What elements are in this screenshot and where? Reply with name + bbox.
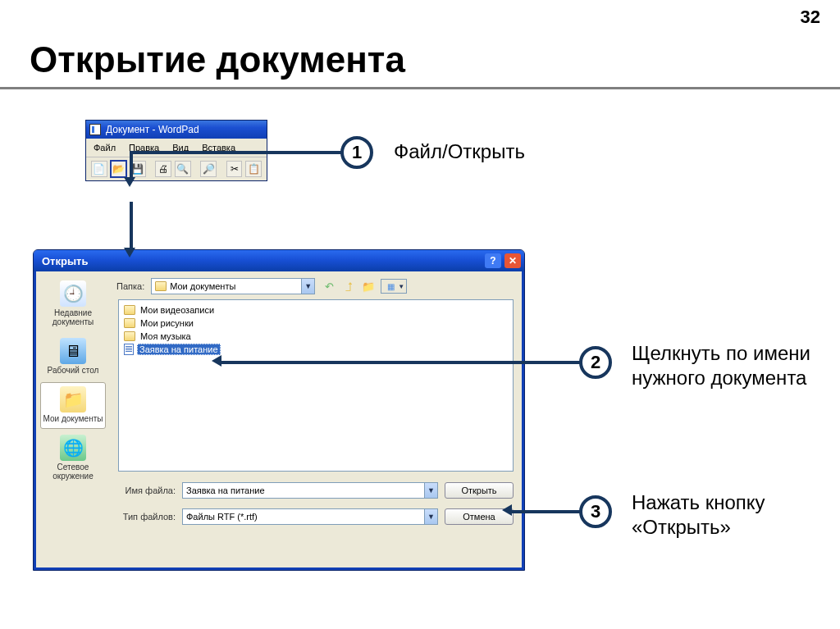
close-icon[interactable]: ✕ (504, 253, 521, 268)
places-sidebar: 🕘 Недавние документы 🖥 Рабочий стол 📁 Мо… (36, 271, 110, 567)
arrow-line (130, 151, 133, 177)
sidebar-mydocs[interactable]: 📁 Мои документы (40, 382, 106, 429)
wordpad-toolbar: 📄 📂 💾 🖨 🔍 🔎 ✂ 📋 (86, 157, 267, 180)
nav-up-icon[interactable]: ⮥ (341, 279, 356, 294)
callout-badge-3: 3 (579, 495, 612, 528)
print-icon[interactable]: 🖨 (155, 161, 171, 177)
folder-value: Мои документы (170, 281, 235, 291)
view-arrow-icon: ▼ (398, 283, 404, 290)
view-icon: ▦ (383, 279, 398, 294)
wordpad-title: Документ - WordPad (106, 124, 199, 135)
sidebar-recent-label: Недавние документы (41, 308, 105, 326)
file-list[interactable]: Мои видеозаписи Мои рисунки Моя музыка З… (118, 299, 514, 472)
wordpad-icon (89, 124, 101, 135)
title-rule (0, 87, 840, 89)
filename-value: Заявка на питание (186, 485, 265, 495)
folder-icon (155, 281, 167, 291)
desktop-icon: 🖥 (60, 338, 86, 364)
callout-number: 3 (591, 501, 600, 522)
view-mode-button[interactable]: ▦ ▼ (381, 279, 407, 294)
sidebar-recent[interactable]: 🕘 Недавние документы (40, 276, 106, 332)
dialog-titlebar: Открыть ? ✕ (34, 250, 524, 271)
file-label: Моя музыка (139, 331, 193, 341)
folder-label: Папка: (116, 281, 144, 291)
sidebar-desktop[interactable]: 🖥 Рабочий стол (40, 334, 106, 381)
help-icon[interactable]: ? (485, 253, 501, 268)
slide-title: Открытие документа (30, 39, 405, 80)
filename-field[interactable]: Заявка на питание ▼ (182, 482, 438, 499)
open-file-icon[interactable]: 📂 (111, 161, 127, 177)
arrow-head-icon (124, 248, 135, 258)
arrow-line (130, 202, 133, 249)
preview-icon[interactable]: 🔍 (175, 161, 191, 177)
sidebar-network-label: Сетевое окружение (41, 463, 105, 481)
file-label: Мои рисунки (139, 318, 195, 328)
arrow-line (130, 151, 343, 154)
wordpad-menubar: Файл Правка Вид Вставка (86, 139, 267, 157)
new-folder-icon[interactable]: 📁 (361, 279, 376, 294)
callout-text-1: Файл/Открыть (394, 139, 525, 164)
file-item-pictures[interactable]: Мои рисунки (124, 317, 508, 330)
combo-arrow-icon[interactable]: ▼ (424, 483, 437, 498)
folder-combo[interactable]: Мои документы ▼ (151, 278, 315, 294)
find-icon[interactable]: 🔎 (200, 161, 217, 177)
sidebar-network[interactable]: 🌐 Сетевое окружение (40, 431, 106, 486)
open-button[interactable]: Открыть (445, 482, 514, 499)
arrow-head-icon (212, 355, 221, 367)
folder-icon (124, 318, 135, 328)
folder-icon (124, 331, 135, 341)
dialog-title: Открыть (42, 255, 88, 267)
document-icon (124, 344, 134, 355)
arrow-head-icon (124, 177, 135, 187)
wordpad-titlebar: Документ - WordPad (86, 121, 267, 139)
file-item-music[interactable]: Моя музыка (124, 330, 508, 343)
mydocs-icon: 📁 (60, 386, 86, 412)
arrow-head-icon (502, 504, 512, 516)
new-doc-icon[interactable]: 📄 (91, 161, 107, 177)
recent-docs-icon: 🕘 (60, 280, 86, 307)
file-label: Мои видеозаписи (139, 305, 216, 315)
filetype-label: Тип файлов: (118, 512, 176, 522)
callout-text-3: Нажать кнопку «Открыть» (632, 490, 812, 540)
combo-arrow-icon[interactable]: ▼ (301, 279, 314, 294)
page-number: 32 (801, 7, 820, 28)
copy-icon[interactable]: 📋 (245, 161, 262, 177)
arrow-line (221, 361, 581, 364)
open-dialog: Открыть ? ✕ 🕘 Недавние документы 🖥 Рабоч… (33, 249, 525, 571)
nav-back-icon[interactable]: ↶ (322, 279, 336, 294)
sidebar-mydocs-label: Мои документы (41, 414, 105, 423)
callout-badge-1: 1 (340, 136, 373, 169)
callout-number: 1 (352, 142, 362, 163)
file-label: Заявка на питание (137, 344, 221, 355)
filetype-value: Файлы RTF (*.rtf) (186, 512, 258, 522)
network-icon: 🌐 (60, 435, 86, 461)
callout-number: 2 (591, 352, 600, 373)
arrow-line (512, 510, 581, 513)
callout-text-2: Щелкнуть по имени нужного документа (632, 341, 812, 390)
file-item-selected[interactable]: Заявка на питание (124, 343, 508, 356)
menu-file[interactable]: Файл (88, 141, 121, 154)
filename-label: Имя файла: (118, 485, 176, 495)
cut-icon[interactable]: ✂ (226, 161, 243, 177)
callout-badge-2: 2 (579, 346, 612, 379)
file-item-videos[interactable]: Мои видеозаписи (124, 303, 508, 317)
filetype-field[interactable]: Файлы RTF (*.rtf) ▼ (182, 508, 438, 525)
sidebar-desktop-label: Рабочий стол (41, 366, 105, 375)
folder-icon (124, 305, 135, 315)
combo-arrow-icon[interactable]: ▼ (424, 509, 437, 524)
